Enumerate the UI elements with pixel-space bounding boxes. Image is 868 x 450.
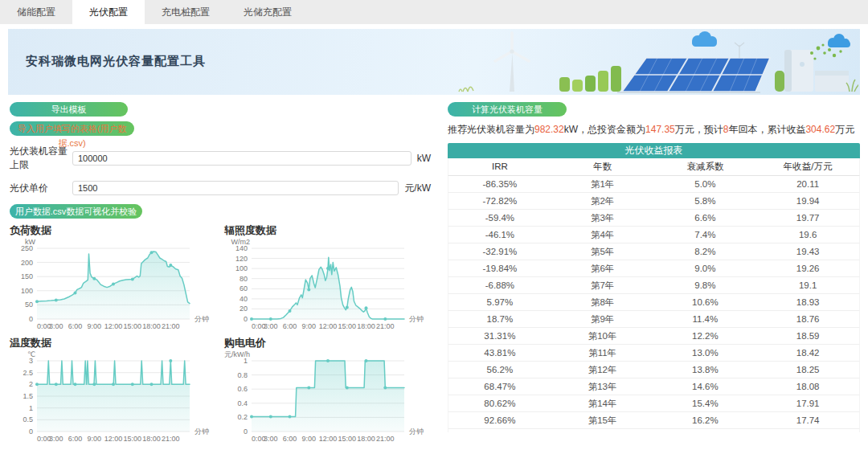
table-cell: 6.6%: [654, 210, 757, 226]
svg-text:9:00: 9:00: [302, 435, 317, 443]
report-column-header: 年数: [551, 158, 654, 175]
page-title: 安科瑞微电网光伏容量配置工具: [26, 54, 206, 69]
pv-capacity-limit-label: 光伏装机容量上限: [10, 145, 72, 172]
table-cell: 第4年: [551, 227, 654, 243]
svg-text:3:00: 3:00: [49, 435, 63, 443]
result-label: 年回本，累计收益: [728, 124, 805, 135]
table-cell: 15.4%: [654, 395, 757, 411]
tab-储能配置[interactable]: 储能配置: [0, 0, 72, 24]
svg-text:18:00: 18:00: [357, 322, 375, 330]
svg-text:元/kW/h: 元/kW/h: [224, 350, 250, 358]
result-value: 304.62: [805, 124, 835, 135]
table-cell: 18.7%: [448, 311, 551, 327]
chart-temperature-title: 温度数据: [10, 336, 216, 350]
tab-bar: 储能配置光伏配置充电桩配置光储充配置: [0, 0, 868, 24]
svg-text:0.4: 0.4: [237, 399, 248, 407]
tab-光储充配置[interactable]: 光储充配置: [227, 0, 309, 24]
solar-panel-icon: [617, 58, 770, 92]
report-column-header: IRR: [448, 158, 551, 175]
table-cell: 17.0%: [654, 429, 757, 432]
cloud-icon: [692, 31, 717, 47]
visualize-csv-button[interactable]: 用户数据.csv数据可视化并校验: [10, 204, 142, 219]
table-cell: 19.94: [756, 193, 859, 209]
svg-text:分钟: 分钟: [194, 428, 209, 436]
table-cell: 第2年: [551, 193, 654, 209]
banner: 安科瑞微电网光伏容量配置工具: [8, 29, 860, 95]
svg-text:0: 0: [244, 315, 248, 323]
svg-text:9:00: 9:00: [88, 322, 102, 330]
table-row: 18.7%第9年11.4%18.76: [448, 311, 860, 328]
table-cell: 13.8%: [654, 362, 757, 378]
table-cell: -6.88%: [448, 277, 551, 293]
svg-text:分钟: 分钟: [194, 315, 209, 323]
svg-text:0: 0: [29, 315, 33, 323]
left-panel: 导出模板 导入用户填写的表格(用户数据.csv) 光伏装机容量上限 kW 光伏单…: [10, 98, 431, 444]
table-cell: 18.42: [756, 345, 859, 361]
small-mast-icon: [735, 43, 744, 58]
svg-text:200: 200: [21, 259, 33, 267]
table-cell: 19.1: [756, 277, 859, 293]
svg-text:120: 120: [235, 255, 248, 263]
table-cell: -72.82%: [448, 193, 551, 209]
tab-光伏配置[interactable]: 光伏配置: [72, 0, 145, 24]
growth-bars-icon: [559, 66, 621, 92]
table-row: 5.97%第8年10.6%18.93: [448, 294, 860, 311]
energy-storage-icon: [775, 50, 849, 92]
field-pv-unit-price: 光伏单价 元/kW: [10, 181, 431, 195]
table-cell: 第5年: [551, 243, 654, 260]
table-cell: 80.62%: [448, 395, 551, 411]
tab-充电桩配置[interactable]: 充电桩配置: [145, 0, 227, 24]
svg-text:6:00: 6:00: [283, 435, 297, 443]
svg-text:21:00: 21:00: [376, 322, 395, 330]
table-cell: 第8年: [551, 294, 654, 310]
svg-text:12:00: 12:00: [104, 435, 123, 443]
chart-load-title: 负荷数据: [10, 223, 216, 237]
table-cell: 19.77: [756, 210, 859, 226]
table-cell: 18.93: [756, 294, 859, 310]
table-cell: -59.4%: [448, 210, 551, 226]
table-cell: 16.2%: [654, 412, 757, 428]
table-cell: 第7年: [551, 277, 654, 293]
table-row: -59.4%第3年6.6%19.77: [448, 210, 860, 227]
table-row: 31.31%第10年12.2%18.59: [448, 328, 860, 345]
svg-text:0.5: 0.5: [23, 415, 33, 423]
svg-text:21:00: 21:00: [162, 435, 180, 443]
chart-load-plot: 050100150200250kW0:003:006:009:0012:0015…: [10, 237, 216, 332]
table-cell: 第14年: [551, 395, 654, 411]
pv-capacity-config-page: { "tabs": [ {"label": "储能配置", "active": …: [0, 0, 868, 450]
pv-unit-price-input[interactable]: [72, 181, 399, 195]
table-cell: -19.84%: [448, 260, 551, 276]
table-row: -86.35%第1年5.0%20.11: [448, 176, 860, 193]
table-cell: 17.91: [756, 395, 859, 411]
export-template-button[interactable]: 导出模板: [10, 102, 128, 117]
pv-unit-price-unit: 元/kW: [404, 182, 431, 195]
table-cell: 5.8%: [654, 193, 757, 209]
svg-text:0.2: 0.2: [237, 413, 248, 421]
right-panel: 计算光伏装机容量 推荐光伏装机容量为982.32kW，总投资金额为147.35万…: [448, 98, 860, 432]
svg-text:12:00: 12:00: [319, 322, 338, 330]
calculate-pv-capacity-button[interactable]: 计算光伏装机容量: [448, 102, 567, 117]
table-cell: 13.0%: [654, 345, 757, 361]
table-cell: 9.8%: [654, 277, 757, 293]
report-table-title: 光伏收益报表: [448, 143, 860, 158]
chart-price-title: 购电电价: [224, 336, 431, 350]
svg-text:15:00: 15:00: [124, 322, 142, 330]
result-label: 万元，预计: [675, 124, 723, 135]
svg-text:9:00: 9:00: [88, 435, 102, 443]
table-cell: 9.0%: [654, 260, 757, 276]
svg-text:15:00: 15:00: [338, 435, 357, 443]
table-cell: 17.57: [756, 429, 859, 432]
result-value: 982.32: [534, 124, 564, 135]
table-cell: 20.11: [756, 176, 859, 192]
table-cell: 14.6%: [654, 378, 757, 395]
svg-text:0.8: 0.8: [237, 371, 248, 379]
pv-capacity-limit-input[interactable]: [72, 151, 411, 166]
svg-text:150: 150: [21, 272, 33, 280]
table-cell: 5.97%: [448, 294, 551, 310]
import-csv-button[interactable]: 导入用户填写的表格(用户数据.csv): [10, 121, 134, 136]
svg-text:50: 50: [25, 301, 33, 309]
svg-text:0: 0: [244, 428, 248, 436]
chart-price: 购电电价 00.20.40.60.81元/kW/h0:003:006:009:0…: [224, 336, 431, 444]
result-label: 万元: [835, 124, 854, 135]
svg-text:15:00: 15:00: [338, 322, 357, 330]
